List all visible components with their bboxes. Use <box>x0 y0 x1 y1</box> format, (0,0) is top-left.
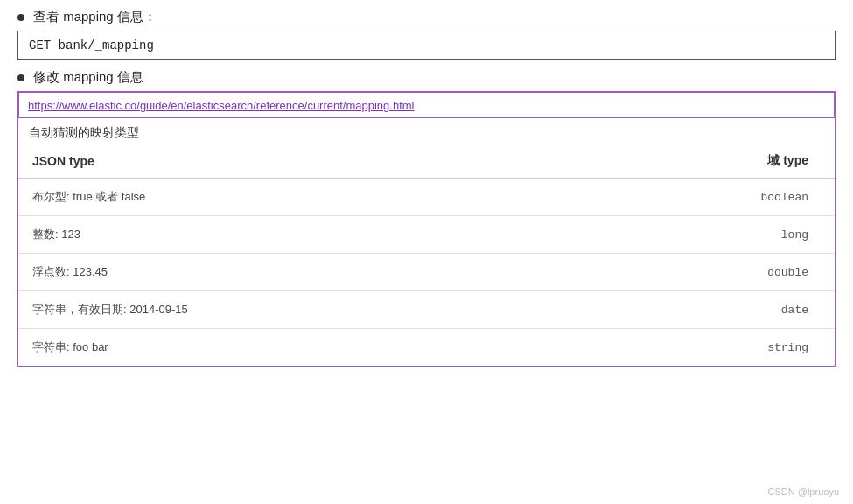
row-0-json-type: 布尔型: true 或者 false <box>18 178 570 216</box>
table-row: 浮点数: 123.45double <box>18 254 835 291</box>
bullet-dot-1 <box>17 14 24 21</box>
table-header-row: JSON type 域 type <box>18 144 835 178</box>
row-2-domain-type: double <box>570 254 835 291</box>
section1-label: 查看 mapping 信息： <box>33 9 157 25</box>
table-subtitle: 自动猜测的映射类型 <box>18 118 835 144</box>
section1-code-text: GET bank/_mapping <box>29 38 154 52</box>
row-1-domain-type: long <box>570 216 835 254</box>
table-row: 字符串，有效日期: 2014-09-15date <box>18 291 835 329</box>
row-2-json-type: 浮点数: 123.45 <box>18 254 570 291</box>
mapping-link[interactable]: https://www.elastic.co/guide/en/elastics… <box>28 99 415 112</box>
row-4-domain-type: string <box>570 329 835 367</box>
row-0-domain-type: boolean <box>570 178 835 216</box>
section1-bullet: 查看 mapping 信息： <box>17 9 836 25</box>
watermark: CSDN @lpruoyu <box>768 486 839 497</box>
row-3-json-type: 字符串，有效日期: 2014-09-15 <box>18 291 570 329</box>
row-4-json-type: 字符串: foo bar <box>18 329 570 367</box>
table-row: 整数: 123long <box>18 216 835 254</box>
row-3-domain-type: date <box>570 291 835 329</box>
link-block: https://www.elastic.co/guide/en/elastics… <box>18 92 835 118</box>
section2-label: 修改 mapping 信息 <box>33 69 143 86</box>
table-row: 字符串: foo barstring <box>18 329 835 367</box>
mapping-table: JSON type 域 type 布尔型: true 或者 falseboole… <box>18 144 835 366</box>
table-row: 布尔型: true 或者 falseboolean <box>18 178 835 216</box>
col1-header: JSON type <box>18 144 570 178</box>
col2-header: 域 type <box>570 144 835 178</box>
section1-code-block: GET bank/_mapping <box>17 31 836 60</box>
main-content-box: https://www.elastic.co/guide/en/elastics… <box>17 91 836 367</box>
section2-bullet: 修改 mapping 信息 <box>17 69 836 86</box>
row-1-json-type: 整数: 123 <box>18 216 570 254</box>
page-container: 查看 mapping 信息： GET bank/_mapping 修改 mapp… <box>0 0 853 504</box>
bullet-dot-2 <box>17 74 24 81</box>
